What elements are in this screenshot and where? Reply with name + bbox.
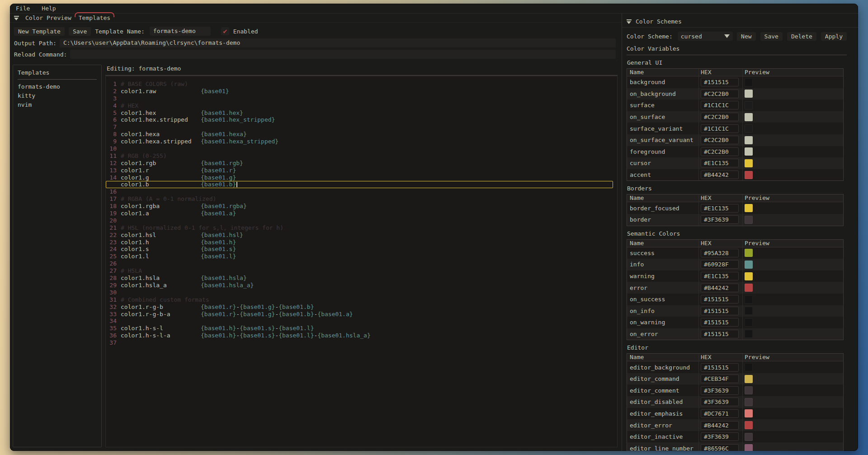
hex-input[interactable]: #3F3639 — [701, 398, 739, 406]
color-swatch[interactable] — [745, 101, 753, 109]
apply-scheme-button[interactable]: Apply — [821, 32, 847, 41]
hex-input[interactable]: #151515 — [701, 318, 739, 327]
code-line[interactable]: 18color1.rgba{base01.rgba} — [106, 203, 615, 210]
hex-input[interactable]: #1C1C1C — [701, 124, 739, 133]
code-line[interactable]: 11# RGB (0-255) — [106, 152, 615, 160]
code-line[interactable]: 10 — [106, 145, 615, 152]
code-line[interactable]: 14color1.g{base01.g} — [106, 174, 615, 181]
hex-input[interactable]: #1C1C1C — [701, 101, 739, 109]
color-swatch[interactable] — [745, 216, 753, 224]
code-line[interactable]: 5color1.hex{base01.hex} — [106, 109, 615, 117]
hex-input[interactable]: #E1C135 — [701, 272, 739, 280]
color-schemes-header[interactable]: Color Schemes — [627, 17, 847, 26]
code-line[interactable]: 21# HSL (normalized 0-1 for s,l, integer… — [106, 224, 615, 232]
color-swatch[interactable] — [745, 409, 753, 417]
color-swatch[interactable] — [745, 171, 753, 179]
hex-input[interactable]: #C2C2B0 — [701, 113, 739, 121]
template-list-item[interactable]: kitty — [18, 91, 97, 100]
collapse-triangle-icon[interactable] — [14, 16, 19, 20]
code-line[interactable]: 3 — [106, 95, 615, 102]
code-line[interactable]: 6color1.hex.stripped{base01.hex_stripped… — [106, 116, 615, 123]
code-line[interactable]: 25color1.l{base01.l} — [106, 253, 615, 260]
code-line[interactable]: 15color1.b{base01.b} — [106, 181, 613, 188]
hex-input[interactable]: #86596C — [701, 444, 739, 451]
hex-input[interactable]: #151515 — [701, 295, 739, 303]
code-line[interactable]: 37 — [106, 339, 615, 346]
hex-input[interactable]: #60928F — [701, 260, 739, 269]
code-line[interactable]: 32color1.r-g-b{base01.r}-{base01.g}-{bas… — [106, 303, 615, 311]
code-line[interactable]: 1# BASE COLORS (raw) — [106, 81, 615, 88]
color-swatch[interactable] — [745, 444, 753, 451]
color-swatch[interactable] — [745, 249, 753, 257]
code-line[interactable]: 29color1.hsla_a{base01.hsla_a} — [106, 282, 615, 289]
code-line[interactable]: 7 — [106, 123, 615, 131]
code-line[interactable]: 13color1.r{base01.r} — [106, 167, 615, 174]
code-line[interactable]: 17# RGBA (A = 0-1 normalized) — [106, 195, 615, 203]
hex-input[interactable]: #151515 — [701, 330, 739, 338]
color-swatch[interactable] — [745, 433, 753, 441]
code-line[interactable]: 30 — [106, 289, 615, 296]
hex-input[interactable]: #95A328 — [701, 249, 739, 257]
hex-input[interactable]: #B44242 — [701, 421, 739, 430]
enabled-checkbox[interactable]: ✔ — [221, 27, 229, 35]
color-swatch[interactable] — [745, 261, 753, 269]
code-line[interactable]: 9color1.hexa.stripped{base01.hexa_stripp… — [106, 138, 615, 145]
code-line[interactable]: 19color1.a{base01.a} — [106, 210, 615, 217]
color-swatch[interactable] — [745, 78, 753, 86]
code-line[interactable]: 34 — [106, 318, 615, 325]
color-swatch[interactable] — [745, 363, 753, 371]
color-swatch[interactable] — [745, 124, 753, 133]
code-line[interactable]: 23color1.h{base01.h} — [106, 239, 615, 246]
color-swatch[interactable] — [745, 272, 753, 280]
new-scheme-button[interactable]: New — [737, 32, 755, 41]
code-line[interactable]: 27# HSLA — [106, 267, 615, 275]
hex-input[interactable]: #151515 — [701, 363, 739, 372]
hex-input[interactable]: #3F3639 — [701, 432, 739, 441]
color-swatch[interactable] — [745, 421, 753, 429]
color-swatch[interactable] — [745, 147, 753, 156]
code-line[interactable]: 4# HEX — [106, 102, 615, 109]
code-line[interactable]: 36color1.h-s-l-a{base01.h}-{base01.s}-{b… — [106, 332, 615, 339]
template-list-item[interactable]: nvim — [18, 100, 97, 109]
save-template-button[interactable]: Save — [69, 27, 91, 36]
color-swatch[interactable] — [745, 386, 753, 394]
color-swatch[interactable] — [745, 113, 753, 121]
tab-color-preview[interactable]: Color Preview — [24, 14, 72, 22]
color-swatch[interactable] — [745, 330, 753, 338]
save-scheme-button[interactable]: Save — [760, 32, 783, 41]
hex-input[interactable]: #E1C135 — [701, 204, 739, 213]
color-swatch[interactable] — [745, 136, 753, 144]
reload-command-input[interactable] — [70, 50, 616, 59]
color-swatch[interactable] — [745, 375, 753, 383]
hex-input[interactable]: #B44242 — [701, 284, 739, 292]
new-template-button[interactable]: New Template — [14, 27, 65, 36]
code-line[interactable]: 24color1.s{base01.s} — [106, 246, 615, 253]
code-line[interactable]: 35color1.h-s-l{base01.h}-{base01.s}-{bas… — [106, 325, 615, 332]
code-line[interactable]: 12color1.rgb{base01.rgb} — [106, 160, 615, 167]
hex-input[interactable]: #151515 — [701, 307, 739, 315]
hex-input[interactable]: #C2C2B0 — [701, 147, 739, 156]
hex-input[interactable]: #3F3639 — [701, 215, 739, 224]
menu-help[interactable]: Help — [42, 5, 56, 12]
code-line[interactable]: 31# Combined custom formats — [106, 296, 615, 303]
menu-file[interactable]: File — [16, 5, 30, 12]
code-line[interactable]: 22color1.hsl{base01.hsl} — [106, 232, 615, 239]
color-scheme-select[interactable]: cursed — [678, 32, 733, 41]
hex-input[interactable]: #C2C2B0 — [701, 90, 739, 98]
hex-input[interactable]: #B44242 — [701, 171, 739, 179]
color-swatch[interactable] — [745, 398, 753, 406]
collapse-triangle-icon[interactable] — [627, 19, 632, 24]
color-swatch[interactable] — [745, 318, 753, 327]
code-line[interactable]: 28color1.hsla{base01.hsla} — [106, 275, 615, 282]
hex-input[interactable]: #3F3639 — [701, 386, 739, 395]
hex-input[interactable]: #151515 — [701, 78, 739, 86]
code-line[interactable]: 20 — [106, 217, 615, 224]
color-swatch[interactable] — [745, 307, 753, 315]
code-line[interactable]: 26 — [106, 260, 615, 267]
code-area[interactable]: 1# BASE COLORS (raw)2color1.raw{base01}3… — [105, 76, 618, 447]
hex-input[interactable]: #DC7671 — [701, 409, 739, 418]
template-list-item[interactable]: formats-demo — [18, 82, 97, 91]
output-path-input[interactable]: C:\Users\user\AppData\Roaming\clrsync\fo… — [60, 38, 616, 47]
color-swatch[interactable] — [745, 204, 753, 212]
template-name-input[interactable]: formats-demo — [150, 27, 211, 36]
